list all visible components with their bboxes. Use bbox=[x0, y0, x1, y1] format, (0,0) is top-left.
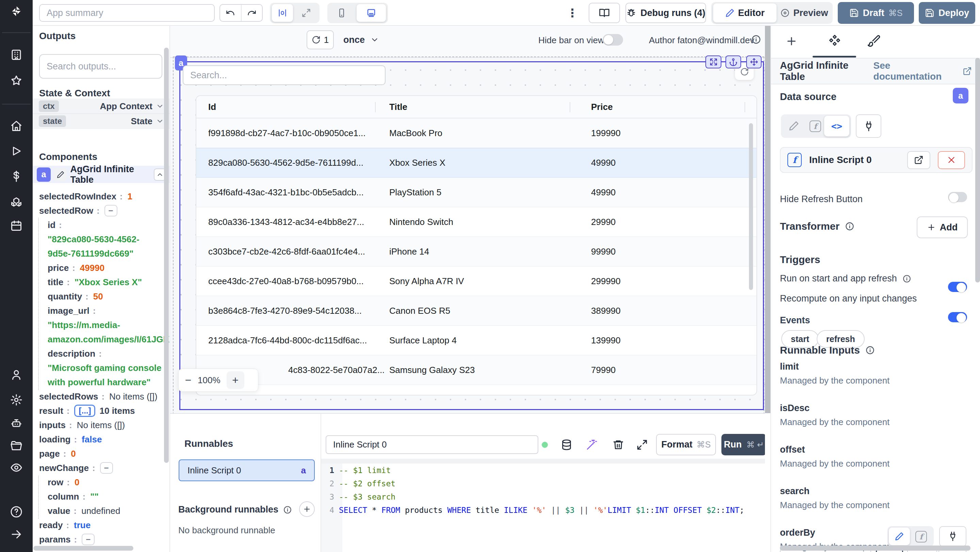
kebab-menu-icon[interactable]: ⋮ bbox=[568, 6, 577, 20]
database-plug-icon[interactable] bbox=[939, 526, 966, 547]
zoom-in-button[interactable]: + bbox=[227, 371, 244, 389]
table-row[interactable]: ccee43dc-27e0-40a8-b768-b09579b0... Sony… bbox=[196, 266, 756, 296]
output-tree-item[interactable]: price:49990 bbox=[33, 261, 170, 275]
variables-dollar-icon[interactable] bbox=[10, 170, 23, 183]
expand-sidebar-arrow-icon[interactable] bbox=[10, 528, 23, 541]
mobile-view-icon[interactable] bbox=[329, 4, 354, 22]
remove-script-x-button[interactable] bbox=[938, 151, 965, 169]
table-row[interactable]: b3e864c8-7fe3-4270-89e9-54c12038... Cano… bbox=[196, 296, 756, 326]
editor-tab[interactable]: Editor bbox=[713, 3, 776, 22]
preview-tab[interactable]: Preview bbox=[778, 3, 830, 22]
column-header-price[interactable]: Price bbox=[591, 102, 756, 112]
runs-play-icon[interactable] bbox=[10, 145, 23, 157]
recompute-toggle[interactable] bbox=[948, 312, 967, 322]
output-tree-item[interactable]: id: bbox=[33, 218, 170, 232]
info-icon[interactable] bbox=[902, 274, 911, 283]
format-button[interactable]: Format ⌘S bbox=[656, 434, 716, 455]
favorites-star-icon[interactable] bbox=[10, 74, 23, 87]
add-transformer-button[interactable]: Add bbox=[917, 216, 968, 238]
collapse-minus-button[interactable] bbox=[82, 534, 95, 545]
workspace-building-icon[interactable] bbox=[10, 48, 23, 61]
expand-array-button[interactable] bbox=[74, 405, 95, 417]
table-row[interactable]: f991898d-cb27-4ac7-b10c-0b9050ce1... Mac… bbox=[196, 118, 756, 148]
canvas-vertical-scrollbar[interactable] bbox=[765, 26, 770, 413]
state-row[interactable]: state State bbox=[33, 114, 170, 129]
output-tree-item[interactable]: selectedRowIndex:1 bbox=[33, 189, 170, 204]
center-align-button[interactable] bbox=[272, 4, 293, 22]
connect-plug-icon[interactable] bbox=[856, 115, 881, 138]
output-tree-item[interactable]: row:0 bbox=[33, 475, 170, 489]
zoom-out-button[interactable]: − bbox=[179, 374, 198, 387]
component-expand-icon[interactable] bbox=[705, 56, 721, 68]
output-tree-item[interactable]: params: bbox=[33, 532, 170, 547]
add-background-runnable-button[interactable] bbox=[299, 501, 315, 517]
info-icon[interactable] bbox=[845, 221, 854, 231]
column-separator[interactable] bbox=[745, 102, 745, 112]
table-row[interactable]: 89c0a336-1343-4812-ac34-e4bb8e27... Nint… bbox=[196, 207, 756, 237]
table-row[interactable]: 4c83-8022-5e70a07a2... Samsung Galaxy S2… bbox=[196, 355, 756, 385]
template-f-icon[interactable]: f bbox=[810, 121, 821, 132]
database-pencil-button[interactable] bbox=[889, 528, 910, 545]
docs-book-button[interactable] bbox=[589, 3, 620, 23]
column-header-id[interactable]: Id bbox=[196, 102, 389, 112]
table-row[interactable]: 829ca080-5630-4562-9d5e-7611199d... Xbox… bbox=[196, 148, 756, 178]
search-outputs-input[interactable] bbox=[39, 54, 162, 79]
table-row[interactable]: 354f6afd-43ac-4321-b1bc-0b5e5adcb... Pla… bbox=[196, 178, 756, 207]
expand-layout-icon[interactable] bbox=[296, 4, 317, 22]
schedules-calendar-icon[interactable] bbox=[10, 219, 23, 232]
fullscreen-icon[interactable] bbox=[636, 439, 648, 450]
column-separator[interactable] bbox=[375, 102, 375, 112]
resources-cubes-icon[interactable] bbox=[10, 195, 23, 208]
redo-icon[interactable] bbox=[242, 5, 262, 21]
table-search-input[interactable] bbox=[183, 65, 385, 85]
output-tree-item[interactable]: :"Microsoft gaming console bbox=[33, 361, 170, 375]
hide-refresh-toggle[interactable] bbox=[948, 192, 967, 202]
output-tree-item[interactable]: result:10 items bbox=[33, 404, 170, 418]
output-tree-item[interactable]: :with powerful hardware" bbox=[33, 375, 170, 389]
desktop-view-button[interactable] bbox=[356, 4, 386, 22]
database-f-icon[interactable]: f bbox=[915, 531, 927, 542]
table-row[interactable]: 2128adca-7fc6-44bd-800c-dc115df6ac... Su… bbox=[196, 326, 756, 355]
output-tree-item[interactable]: newChange: bbox=[33, 461, 170, 475]
output-tree-item[interactable]: selectedRow: bbox=[33, 204, 170, 218]
outputs-vertical-scrollbar[interactable] bbox=[164, 48, 169, 463]
collapse-minus-button[interactable] bbox=[105, 205, 118, 216]
runnable-item-inline-script-0[interactable]: Inline Script 0 a bbox=[179, 460, 315, 481]
output-tree-item[interactable]: selectedRows:No items ([]) bbox=[33, 389, 170, 404]
outputs-horizontal-scrollbar[interactable] bbox=[33, 546, 134, 550]
component-anchor-icon[interactable] bbox=[725, 56, 741, 68]
info-icon[interactable] bbox=[865, 345, 875, 355]
draft-button[interactable]: Draft ⌘S bbox=[838, 2, 914, 24]
info-icon[interactable] bbox=[283, 505, 292, 514]
output-tree-item[interactable]: description: bbox=[33, 347, 170, 361]
debug-runs-button[interactable]: Debug runs (4) bbox=[625, 3, 706, 23]
chevron-down-icon[interactable] bbox=[156, 117, 164, 125]
output-tree-item[interactable]: value:undefined bbox=[33, 504, 170, 518]
output-tree-item[interactable]: column:"" bbox=[33, 489, 170, 504]
refresh-mode-dropdown[interactable]: once bbox=[343, 33, 379, 47]
column-header-title[interactable]: Title bbox=[389, 102, 591, 112]
rename-pencil-icon[interactable] bbox=[54, 168, 67, 181]
column-separator[interactable] bbox=[570, 102, 570, 112]
database-icon[interactable] bbox=[561, 439, 572, 450]
audit-eye-icon[interactable] bbox=[10, 461, 23, 474]
ctx-row[interactable]: ctx App Context bbox=[33, 99, 170, 114]
folders-icon[interactable] bbox=[10, 440, 23, 453]
component-row[interactable]: a AgGrid Infinite Table bbox=[33, 166, 170, 183]
output-tree-item[interactable]: loading:false bbox=[33, 432, 170, 447]
script-name-input[interactable] bbox=[326, 435, 538, 454]
table-vertical-scrollbar[interactable] bbox=[749, 123, 753, 290]
app-refresh-button[interactable]: 1 bbox=[307, 30, 334, 49]
output-tree-item[interactable]: ready:true bbox=[33, 518, 170, 532]
insert-component-plus-icon[interactable] bbox=[785, 35, 798, 47]
undo-icon[interactable] bbox=[220, 5, 242, 21]
ai-wand-icon[interactable] bbox=[586, 439, 598, 450]
component-move-icon[interactable] bbox=[746, 56, 762, 68]
info-icon[interactable] bbox=[751, 34, 761, 45]
app-summary-input[interactable] bbox=[39, 4, 215, 22]
output-tree-item[interactable]: title:"Xbox Series X" bbox=[33, 275, 170, 289]
output-tree-item[interactable]: :"829ca080-5630-4562- bbox=[33, 232, 170, 247]
eval-code-button[interactable]: <> bbox=[824, 116, 850, 137]
run-button[interactable]: Run ⌘ ↵ bbox=[721, 434, 765, 455]
see-documentation-link[interactable]: See documentation bbox=[873, 60, 972, 82]
